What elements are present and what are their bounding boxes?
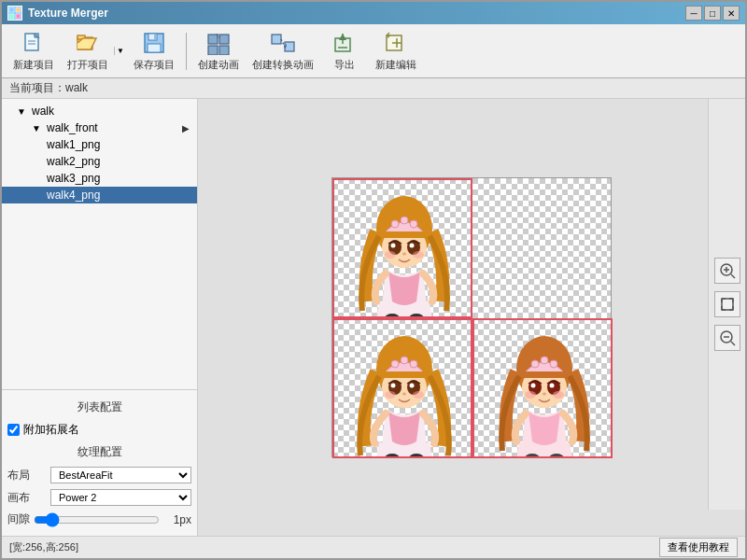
tree-item-3[interactable]: walk4_png — [2, 187, 197, 203]
play-button[interactable]: ▶ — [182, 123, 190, 133]
content-area — [198, 99, 745, 536]
svg-point-44 — [413, 251, 424, 259]
tree-toggle-root: ▼ — [17, 106, 28, 117]
sprite-cell-3 — [472, 318, 613, 458]
sprite-cell-0 — [332, 178, 472, 318]
svg-line-92 — [731, 342, 735, 345]
zoom-out-button[interactable] — [714, 325, 740, 351]
sidebar: ▼ walk ▼ walk_front ▶ walk1_png walk2_pn… — [2, 99, 198, 536]
tree-item-2[interactable]: walk3_png — [2, 170, 197, 187]
sprite-svg-0 — [334, 180, 472, 318]
list-config-title: 列表配置 — [7, 396, 191, 419]
svg-rect-19 — [272, 35, 281, 44]
svg-point-67 — [550, 360, 557, 368]
svg-point-43 — [385, 251, 396, 259]
canvas-label: 画布 — [7, 490, 45, 506]
open-project-dropdown[interactable]: ▼ — [114, 47, 126, 55]
current-project-bar: 当前项目：walk — [2, 78, 745, 99]
toolbar-sep-1 — [186, 33, 187, 70]
zoom-out-icon — [719, 329, 736, 346]
open-project-button[interactable]: 打开项目 — [62, 28, 114, 74]
tree-item-0-label: walk1_png — [47, 138, 100, 151]
svg-rect-81 — [722, 299, 733, 310]
fit-button[interactable] — [714, 291, 740, 317]
canvas-area — [198, 99, 745, 536]
svg-point-70 — [531, 384, 536, 388]
open-project-label: 打开项目 — [67, 58, 108, 72]
svg-rect-16 — [208, 46, 218, 55]
fit-icon — [719, 296, 736, 313]
svg-marker-25 — [339, 34, 346, 40]
create-anim-button[interactable]: ↻ 创建动画 — [192, 28, 245, 74]
zoom-in-button[interactable] — [714, 258, 740, 284]
tree-group-label: walk_front — [47, 121, 98, 134]
svg-point-66 — [541, 357, 548, 364]
svg-text:↻: ↻ — [216, 33, 221, 39]
new-edit-button[interactable]: 新建编辑 — [370, 28, 422, 74]
save-project-button[interactable]: 保存项目 — [128, 28, 180, 74]
create-trans-anim-icon — [270, 30, 296, 56]
svg-point-56 — [410, 384, 415, 388]
layout-select-wrapper: BestAreaFit MaxRects Shelf — [50, 467, 191, 483]
canvas-select[interactable]: Power 2 Power 4 Any — [50, 489, 191, 506]
svg-rect-1 — [16, 7, 21, 12]
tree-item-2-label: walk3_png — [47, 172, 100, 185]
svg-point-37 — [410, 220, 417, 228]
append-ext-checkbox[interactable] — [7, 424, 20, 436]
layout-label: 布局 — [7, 468, 45, 483]
gap-value: 1px — [163, 513, 191, 526]
main-area: ▼ walk ▼ walk_front ▶ walk1_png walk2_pn… — [2, 99, 745, 536]
svg-point-50 — [391, 360, 399, 368]
svg-point-42 — [402, 253, 406, 256]
svg-point-55 — [391, 384, 396, 388]
tree-item-0[interactable]: walk1_png — [2, 136, 197, 153]
svg-point-40 — [391, 244, 396, 248]
tree-item-1-label: walk2_png — [47, 155, 100, 168]
tree-toggle-group: ▼ — [32, 123, 43, 133]
svg-point-74 — [553, 391, 564, 399]
export-icon — [331, 30, 358, 56]
svg-point-52 — [410, 360, 417, 368]
svg-point-65 — [531, 360, 539, 368]
open-project-group: 打开项目 ▼ — [62, 28, 126, 74]
append-ext-label: 附加拓展名 — [23, 422, 79, 438]
sprite-svg-3 — [474, 320, 613, 458]
maximize-button[interactable]: □ — [704, 6, 721, 21]
texture-canvas — [331, 177, 612, 457]
new-project-group: 新建项目 — [7, 28, 60, 74]
create-anim-icon: ↻ — [205, 30, 232, 56]
svg-point-51 — [401, 357, 408, 364]
tree-group[interactable]: ▼ walk_front ▶ — [2, 119, 197, 136]
export-label: 导出 — [334, 58, 355, 72]
title-bar: Texture Merger ─ □ ✕ — [2, 2, 745, 24]
svg-rect-12 — [148, 44, 161, 52]
save-project-icon — [141, 30, 167, 56]
svg-point-35 — [391, 220, 399, 228]
create-trans-anim-button[interactable]: 创建转换动画 — [247, 28, 319, 74]
main-window: Texture Merger ─ □ ✕ 新建项目 — [0, 0, 747, 560]
toolbar: 新建项目 打开项目 ▼ — [2, 24, 745, 78]
canvas-row: 画布 Power 2 Power 4 Any — [7, 486, 191, 509]
gap-row: 间隙 1px — [7, 509, 191, 530]
open-project-icon — [75, 30, 101, 56]
help-button[interactable]: 查看使用教程 — [659, 538, 738, 557]
export-button[interactable]: 导出 — [321, 28, 368, 74]
tree-item-3-label: walk4_png — [47, 189, 100, 202]
append-ext-row: 附加拓展名 — [7, 419, 191, 441]
svg-point-71 — [550, 384, 555, 388]
svg-rect-20 — [285, 42, 294, 51]
new-edit-label: 新建编辑 — [375, 58, 416, 72]
svg-rect-11 — [148, 34, 157, 40]
minimize-button[interactable]: ─ — [685, 6, 702, 21]
close-button[interactable]: ✕ — [723, 6, 740, 21]
svg-rect-17 — [219, 46, 229, 55]
new-project-label: 新建项目 — [13, 58, 54, 72]
tree-item-1[interactable]: walk2_png — [2, 153, 197, 170]
title-bar-left: Texture Merger — [7, 6, 108, 21]
svg-point-41 — [410, 244, 415, 248]
tree-root[interactable]: ▼ walk — [2, 103, 197, 119]
svg-rect-2 — [9, 14, 14, 19]
new-project-button[interactable]: 新建项目 — [7, 28, 60, 74]
layout-select[interactable]: BestAreaFit MaxRects Shelf — [50, 467, 191, 483]
gap-slider[interactable] — [34, 513, 160, 526]
